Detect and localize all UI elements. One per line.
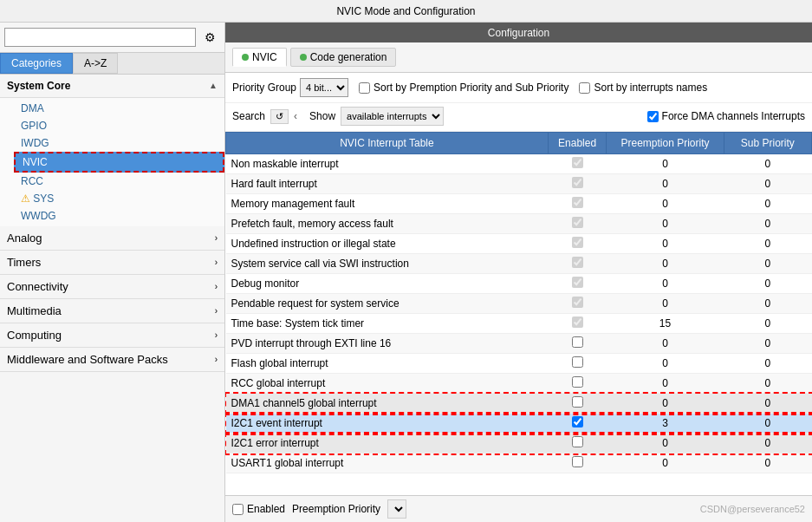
bottom-preemption-select[interactable] — [387, 499, 406, 519]
interrupt-name: I2C1 error interrupt — [226, 434, 549, 453]
interrupt-sub: 0 — [724, 314, 811, 334]
interrupt-name: USART1 global interrupt — [226, 453, 549, 473]
interrupt-preemption: 0 — [607, 194, 724, 214]
interrupt-sub: 0 — [724, 294, 811, 314]
nav-category-timers[interactable]: Timers › — [0, 251, 224, 275]
config-header: Configuration — [225, 23, 812, 42]
interrupt-enabled-checkbox[interactable] — [572, 376, 583, 388]
sidebar-item-dma[interactable]: DMA — [14, 100, 224, 117]
watermark: CSDN@perseverance52 — [700, 504, 805, 514]
sidebar-item-sys[interactable]: SYS — [14, 190, 224, 207]
sort-preemption-label: Sort by Premption Priority and Sub Prior… — [374, 82, 568, 94]
col-header-preemption: Preemption Priority — [607, 133, 724, 154]
interrupt-enabled-checkbox[interactable] — [572, 456, 583, 467]
bottom-enabled-checkbox[interactable] — [232, 504, 244, 515]
interrupt-enabled-checkbox[interactable] — [572, 336, 583, 348]
interrupt-enabled-checkbox[interactable] — [572, 257, 583, 268]
interrupt-name: Hard fault interrupt — [226, 174, 549, 194]
interrupt-preemption: 0 — [607, 394, 724, 414]
interrupt-sub: 0 — [724, 154, 811, 174]
sidebar-item-rcc[interactable]: RCC — [14, 173, 224, 190]
tab-atoz[interactable]: A->Z — [73, 53, 118, 74]
interrupt-name: Flash global interrupt — [226, 354, 549, 374]
interrupt-name: PVD interrupt through EXTI line 16 — [226, 334, 549, 354]
interrupt-enabled-cell — [548, 154, 607, 174]
interrupt-sub: 0 — [724, 374, 811, 394]
sidebar-item-wwdg[interactable]: WWDG — [14, 207, 224, 225]
timers-label: Timers — [7, 256, 41, 269]
interrupt-enabled-checkbox[interactable] — [572, 277, 583, 288]
nav-category-connectivity[interactable]: Connectivity › — [0, 275, 224, 299]
system-core-header[interactable]: System Core ▲ — [0, 75, 224, 98]
multimedia-arrow: › — [215, 306, 218, 316]
nav-category-computing[interactable]: Computing › — [0, 323, 224, 348]
sidebar-item-gpio[interactable]: GPIO — [14, 117, 224, 134]
interrupt-name: DMA1 channel5 global interrupt — [226, 394, 549, 414]
interrupt-enabled-checkbox[interactable] — [572, 177, 583, 188]
interrupt-enabled-checkbox[interactable] — [572, 237, 583, 248]
interrupt-enabled-cell — [548, 274, 607, 294]
config-title: Configuration — [488, 27, 549, 39]
force-dma-option: Force DMA channels Interrupts — [647, 110, 805, 122]
interrupt-enabled-cell — [548, 214, 607, 234]
tab-nvic[interactable]: NVIC — [232, 48, 287, 67]
table-row: I2C1 event interrupt30 — [226, 414, 812, 434]
interrupt-enabled-checkbox[interactable] — [572, 416, 583, 427]
interrupt-sub: 0 — [724, 254, 811, 274]
priority-group-select[interactable]: 4 bit... — [300, 78, 348, 97]
config-tabs: NVIC Code generation — [225, 42, 812, 73]
bottom-enabled-label: Enabled — [247, 503, 285, 515]
interrupt-enabled-checkbox[interactable] — [572, 217, 583, 228]
system-core-subitems: DMA GPIO IWDG NVIC RCC SYS WWDG — [0, 98, 224, 226]
interrupt-enabled-checkbox[interactable] — [572, 436, 583, 447]
interrupt-sub: 0 — [724, 334, 811, 354]
interrupt-sub: 0 — [724, 434, 811, 453]
gear-button[interactable]: ⚙ — [199, 27, 220, 48]
interrupt-enabled-checkbox[interactable] — [572, 297, 583, 308]
interrupt-name: Debug monitor — [226, 274, 549, 294]
interrupt-enabled-cell — [548, 453, 607, 473]
interrupt-preemption: 3 — [607, 414, 724, 434]
interrupt-enabled-checkbox[interactable] — [572, 356, 583, 368]
interrupt-enabled-cell — [548, 414, 607, 434]
interrupt-enabled-checkbox[interactable] — [572, 396, 583, 408]
interrupt-enabled-cell — [548, 174, 607, 194]
search-refresh-button[interactable]: ↺ — [270, 109, 289, 124]
table-row: Flash global interrupt00 — [226, 354, 812, 374]
table-row: Time base: System tick timer150 — [226, 314, 812, 334]
interrupt-enabled-checkbox[interactable] — [572, 157, 583, 168]
tab-categories[interactable]: Categories — [0, 53, 73, 74]
search-row: Search ↺ ‹ Show available interrupts all… — [225, 103, 812, 132]
interrupt-preemption: 0 — [607, 274, 724, 294]
force-dma-checkbox[interactable] — [647, 111, 659, 122]
sort-interrupts-label: Sort by interrupts names — [594, 82, 707, 94]
tab-code-generation[interactable]: Code generation — [290, 48, 397, 67]
nav-category-analog[interactable]: Analog › — [0, 226, 224, 251]
interrupt-name: Prefetch fault, memory access fault — [226, 214, 549, 234]
interrupt-name: Time base: System tick timer — [226, 314, 549, 334]
interrupt-preemption: 0 — [607, 354, 724, 374]
interrupt-preemption: 0 — [607, 254, 724, 274]
nav-category-multimedia[interactable]: Multimedia › — [0, 299, 224, 323]
table-row: Debug monitor00 — [226, 274, 812, 294]
interrupt-name: Undefined instruction or illegal state — [226, 234, 549, 254]
computing-label: Computing — [7, 329, 62, 342]
show-select[interactable]: available interrupts all interrupts — [341, 107, 444, 126]
options-bar: Priority Group 4 bit... Sort by Premptio… — [225, 73, 812, 103]
sort-interrupts-checkbox[interactable] — [579, 82, 590, 94]
table-row: Pendable request for system service00 — [226, 294, 812, 314]
interrupt-preemption: 0 — [607, 294, 724, 314]
interrupt-enabled-checkbox[interactable] — [572, 316, 583, 328]
middleware-arrow: › — [215, 355, 218, 364]
sort-preemption-checkbox[interactable] — [359, 82, 370, 94]
sidebar-item-iwdg[interactable]: IWDG — [14, 134, 224, 152]
interrupt-enabled-checkbox[interactable] — [572, 197, 583, 208]
left-search-input[interactable] — [4, 28, 196, 47]
sidebar-item-nvic[interactable]: NVIC — [14, 152, 224, 173]
bottom-enabled: Enabled — [232, 503, 285, 515]
interrupt-preemption: 0 — [607, 334, 724, 354]
nav-category-middleware[interactable]: Middleware and Software Packs › — [0, 348, 224, 372]
arrow-up: ▲ — [209, 82, 218, 90]
interrupt-enabled-cell — [548, 394, 607, 414]
interrupt-enabled-cell — [548, 254, 607, 274]
